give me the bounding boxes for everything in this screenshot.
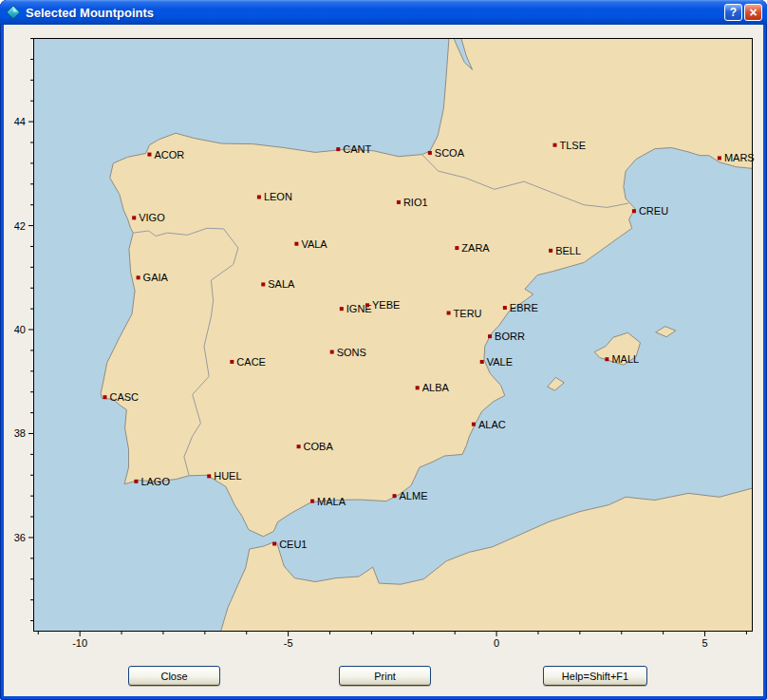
station-label: CACE — [236, 356, 266, 368]
station-label: TLSE — [560, 140, 587, 151]
help-hint-button[interactable]: Help=Shift+F1 — [543, 666, 647, 686]
station-label: MARS — [724, 152, 755, 163]
station-label: YEBE — [372, 299, 400, 311]
station-marker — [132, 216, 136, 219]
station-label: ZARA — [461, 242, 490, 254]
y-axis-tick-label: 42 — [14, 220, 26, 232]
station-label: VALE — [487, 356, 513, 368]
station-marker — [297, 445, 301, 448]
window: Selected Mountpoints ? × -10-50536384042… — [0, 0, 767, 700]
x-axis-tick-label: -10 — [72, 637, 87, 649]
station-label: BELL — [555, 245, 581, 256]
y-axis-tick-label: 38 — [14, 427, 26, 439]
station-label: BORR — [495, 331, 525, 342]
station-label: LEON — [264, 191, 292, 202]
station-marker — [480, 360, 484, 364]
station-label: TERU — [454, 308, 482, 319]
station-marker — [310, 500, 314, 503]
map-plot: -10-5053638404244ACORCANTSCOATLSEMARSVIG… — [4, 25, 763, 659]
station-marker — [718, 156, 721, 160]
station-label: ALBA — [422, 382, 450, 393]
station-marker — [257, 195, 261, 199]
print-button[interactable]: Print — [339, 666, 431, 686]
y-axis-tick-label: 40 — [14, 324, 26, 335]
station-label: CASC — [109, 391, 139, 403]
station-label: VALA — [301, 238, 327, 250]
station-label: MALL — [611, 353, 639, 365]
station-label: SCOA — [435, 147, 465, 159]
station-marker — [455, 246, 458, 250]
station-label: CEU1 — [279, 539, 307, 550]
station-label: MALA — [317, 496, 346, 507]
x-axis-tick-label: -5 — [284, 637, 293, 649]
station-marker — [330, 350, 334, 354]
station-label: VIGO — [139, 212, 165, 223]
station-label: ALAC — [478, 419, 506, 430]
station-marker — [397, 200, 401, 204]
station-marker — [553, 143, 557, 147]
station-label: EBRE — [510, 302, 538, 313]
station-label: GAIA — [143, 272, 169, 283]
station-marker — [261, 282, 265, 286]
station-label: SALA — [268, 278, 295, 290]
station-marker — [134, 480, 138, 483]
station-marker — [549, 249, 552, 253]
close-action-button[interactable]: Close — [128, 666, 220, 686]
station-label: CANT — [343, 143, 371, 155]
station-marker — [207, 474, 211, 478]
station-label: CREU — [639, 205, 668, 217]
station-marker — [632, 209, 636, 213]
station-marker — [416, 386, 420, 389]
station-marker — [103, 395, 106, 399]
client-area: -10-5053638404244ACORCANTSCOATLSEMARSVIG… — [4, 25, 763, 696]
station-marker — [230, 360, 234, 364]
station-marker — [472, 423, 476, 426]
station-marker — [272, 542, 276, 546]
station-marker — [294, 242, 298, 246]
app-icon — [6, 5, 21, 20]
station-label: COBA — [304, 441, 334, 452]
y-axis-tick-label: 36 — [14, 532, 26, 543]
station-label: ALME — [400, 490, 428, 501]
window-title: Selected Mountpoints — [26, 6, 154, 20]
station-label: ACOR — [154, 149, 184, 161]
station-label: RIO1 — [403, 197, 428, 208]
station-marker — [336, 147, 340, 151]
station-label: SONS — [337, 347, 366, 358]
station-marker — [428, 151, 432, 155]
station-marker — [447, 312, 451, 315]
help-button[interactable]: ? — [724, 4, 742, 21]
x-axis-tick-label: 0 — [494, 637, 499, 649]
station-marker — [340, 307, 344, 311]
station-marker — [393, 494, 397, 498]
titlebar-buttons: ? × — [724, 4, 762, 21]
station-marker — [137, 275, 140, 279]
station-marker — [365, 303, 369, 307]
station-marker — [605, 357, 608, 361]
y-axis-tick-label: 44 — [14, 116, 26, 127]
titlebar[interactable]: Selected Mountpoints ? × — [0, 0, 767, 25]
station-marker — [503, 306, 507, 310]
x-axis-tick-label: 5 — [702, 637, 707, 649]
close-icon[interactable]: × — [744, 4, 762, 21]
station-label: LAGO — [140, 476, 170, 487]
station-marker — [488, 334, 492, 338]
station-marker — [147, 153, 151, 157]
station-label: HUEL — [214, 470, 241, 482]
